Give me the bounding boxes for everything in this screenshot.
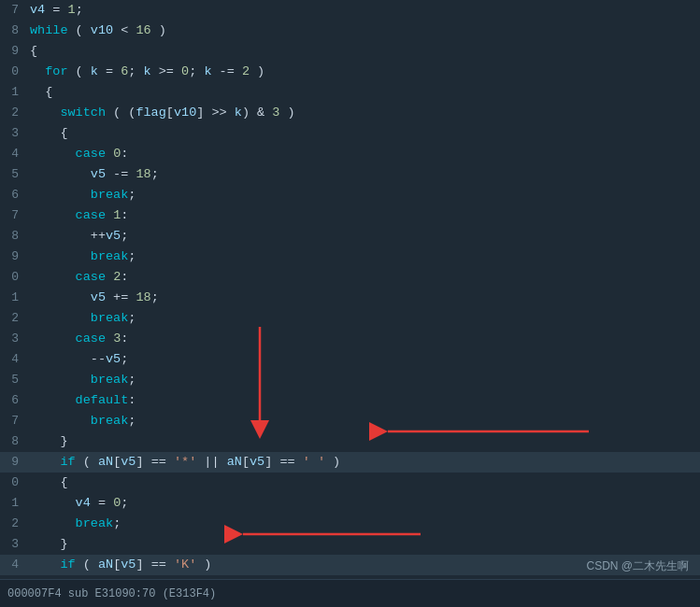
code-line-21: 8 }: [0, 431, 700, 452]
code-line-17: 4 --v5;: [0, 349, 700, 370]
line-number: 3: [0, 329, 26, 349]
line-content: break;: [26, 370, 700, 390]
line-content: {: [26, 41, 700, 62]
code-line-20: 7 break;: [0, 411, 700, 431]
code-line-25: 2 break;: [0, 514, 700, 534]
line-content: break;: [26, 514, 700, 534]
watermark: CSDN @二木先生啊: [586, 558, 689, 574]
line-content: break;: [26, 185, 700, 205]
line-number: 4: [0, 349, 26, 370]
code-line-1: 8while ( v10 < 16 ): [0, 21, 700, 41]
line-number: 2: [0, 514, 26, 534]
code-line-0: 7v4 = 1;: [0, 0, 700, 21]
line-number: 7: [0, 411, 26, 431]
line-content: {: [26, 82, 700, 103]
line-content: if ( aN[v5] == '*' || aN[v5] == ' ' ): [26, 452, 700, 473]
line-number: 8: [0, 21, 26, 41]
line-content: default:: [26, 390, 700, 411]
line-number: 0: [0, 62, 26, 82]
line-content: v4 = 0;: [26, 493, 700, 514]
line-number: 1: [0, 288, 26, 308]
code-line-15: 2 break;: [0, 308, 700, 329]
code-line-19: 6 default:: [0, 390, 700, 411]
code-line-8: 5 v5 -= 18;: [0, 164, 700, 185]
statusbar-sub: sub E31090:70 (E313F4): [62, 587, 217, 600]
line-content: case 1:: [26, 205, 700, 226]
line-number: 8: [0, 226, 26, 247]
line-number: 6: [0, 185, 26, 205]
line-number: 6: [0, 390, 26, 411]
line-content: while ( v10 < 16 ): [26, 21, 700, 41]
line-content: case 3:: [26, 329, 700, 349]
code-line-7: 4 case 0:: [0, 144, 700, 164]
line-content: for ( k = 6; k >= 0; k -= 2 ): [26, 62, 700, 82]
line-content: break;: [26, 308, 700, 329]
line-content: v4 = 1;: [26, 0, 700, 21]
line-content: }: [26, 431, 700, 452]
line-number: 9: [0, 452, 26, 473]
code-line-3: 0 for ( k = 6; k >= 0; k -= 2 ): [0, 62, 700, 82]
line-number: 9: [0, 41, 26, 62]
line-content: v5 -= 18;: [26, 164, 700, 185]
line-content: v5 += 18;: [26, 288, 700, 308]
line-number: 1: [0, 493, 26, 514]
code-line-14: 1 v5 += 18;: [0, 288, 700, 308]
line-number: 4: [0, 144, 26, 164]
code-line-10: 7 case 1:: [0, 205, 700, 226]
line-number: 2: [0, 308, 26, 329]
code-line-4: 1 {: [0, 82, 700, 103]
code-line-26: 3 }: [0, 534, 700, 555]
line-number: 4: [0, 555, 26, 575]
line-number: 0: [0, 267, 26, 288]
code-line-11: 8 ++v5;: [0, 226, 700, 247]
line-content: break;: [26, 411, 700, 431]
code-line-6: 3 {: [0, 123, 700, 144]
code-line-2: 9{: [0, 41, 700, 62]
line-content: break;: [26, 247, 700, 267]
line-number: 3: [0, 123, 26, 144]
line-number: 1: [0, 82, 26, 103]
line-number: 7: [0, 0, 26, 21]
line-number: 8: [0, 431, 26, 452]
line-content: {: [26, 123, 700, 144]
line-number: 2: [0, 103, 26, 123]
line-content: case 0:: [26, 144, 700, 164]
line-content: --v5;: [26, 349, 700, 370]
line-content: ++v5;: [26, 226, 700, 247]
code-line-5: 2 switch ( (flag[v10] >> k) & 3 ): [0, 103, 700, 123]
code-line-13: 0 case 2:: [0, 267, 700, 288]
code-line-12: 9 break;: [0, 247, 700, 267]
line-number: 7: [0, 205, 26, 226]
code-line-18: 5 break;: [0, 370, 700, 390]
line-content: case 2:: [26, 267, 700, 288]
code-line-16: 3 case 3:: [0, 329, 700, 349]
code-line-24: 1 v4 = 0;: [0, 493, 700, 514]
line-number: 5: [0, 164, 26, 185]
line-content: switch ( (flag[v10] >> k) & 3 ): [26, 103, 700, 123]
code-line-23: 0 {: [0, 473, 700, 493]
code-line-22: 9 if ( aN[v5] == '*' || aN[v5] == ' ' ): [0, 452, 700, 473]
line-content: {: [26, 473, 700, 493]
line-number: 0: [0, 473, 26, 493]
line-number: 9: [0, 247, 26, 267]
statusbar: 000007F4 sub E31090:70 (E313F4): [0, 579, 700, 607]
code-line-9: 6 break;: [0, 185, 700, 205]
line-number: 5: [0, 370, 26, 390]
statusbar-address: 000007F4: [7, 587, 62, 600]
line-content: }: [26, 534, 700, 555]
code-area: 7v4 = 1;8while ( v10 < 16 )9{0 for ( k =…: [0, 0, 700, 579]
line-number: 3: [0, 534, 26, 555]
